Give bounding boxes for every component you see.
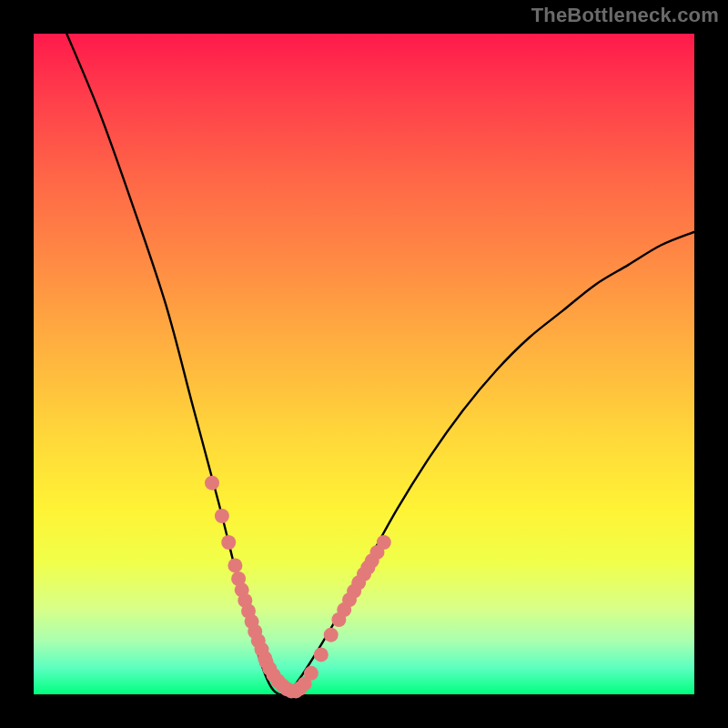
marker-point [304,666,318,681]
marker-point [228,558,242,572]
marker-point [314,647,329,662]
attribution-text: TheBottleneck.com [531,4,719,27]
plot-area [34,34,694,694]
marker-point [377,535,391,550]
chart-frame: TheBottleneck.com [0,0,728,728]
marker-point [215,509,229,523]
curve-layer [34,34,694,694]
marker-point [324,628,339,642]
bottleneck-curve [66,34,694,694]
marker-point [221,535,236,550]
marker-point [205,476,219,490]
marker-group [205,476,391,699]
